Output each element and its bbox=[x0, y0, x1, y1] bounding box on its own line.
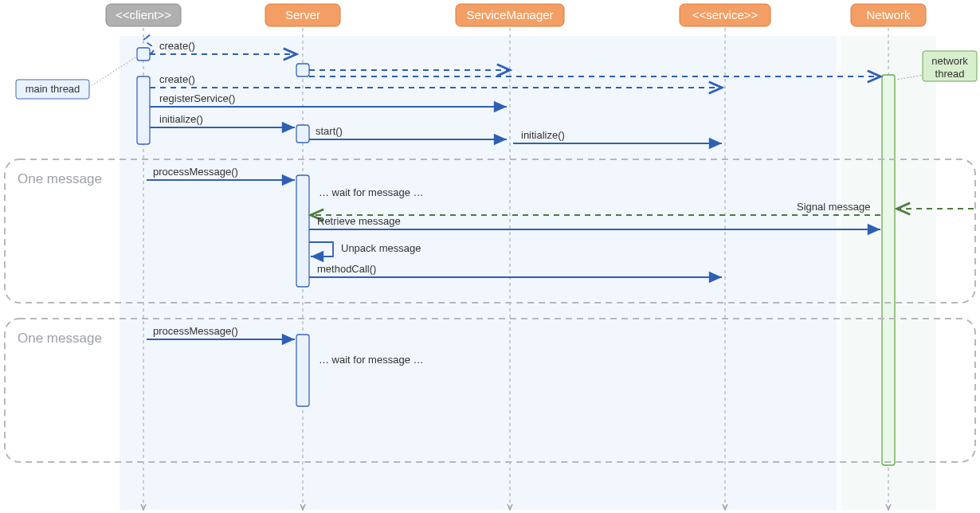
participant-client: <<client>> bbox=[106, 4, 181, 26]
msg-process2-label: processMessage() bbox=[153, 325, 238, 337]
callout-main-thread-text: main thread bbox=[25, 83, 80, 95]
activation-client-main bbox=[137, 76, 150, 144]
msg-retrieve-label: Retrieve message bbox=[317, 215, 401, 227]
activation-server-small bbox=[296, 64, 309, 76]
activation-server-proc2 bbox=[296, 335, 309, 406]
msg-wait2-label: … wait for message … bbox=[319, 354, 424, 366]
msg-initialize-label: initialize() bbox=[159, 113, 203, 125]
activation-server-proc1 bbox=[296, 175, 309, 287]
svg-text:Server: Server bbox=[285, 8, 320, 22]
msg-initialize2-label: initialize() bbox=[521, 129, 565, 141]
fragment-one-message-1-label: One message bbox=[18, 171, 102, 186]
svg-text:ServiceManager: ServiceManager bbox=[466, 8, 553, 22]
msg-start-label: start() bbox=[316, 125, 343, 137]
participant-server: Server bbox=[265, 4, 340, 26]
msg-signal-label: Signal message bbox=[797, 201, 871, 213]
fragment-one-message-2-label: One message bbox=[18, 331, 102, 346]
activation-server-start bbox=[296, 125, 309, 143]
msg-wait1-label: … wait for message … bbox=[319, 186, 424, 198]
svg-text:Network: Network bbox=[866, 8, 911, 22]
participant-network: Network bbox=[851, 4, 926, 26]
participant-manager: ServiceManager bbox=[456, 4, 564, 26]
msg-process1-label: processMessage() bbox=[153, 166, 238, 178]
msg-register-label: registerService() bbox=[159, 92, 235, 104]
callout-network-thread-text2: thread bbox=[935, 68, 965, 80]
activation-network bbox=[882, 75, 895, 465]
msg-create2-label: create() bbox=[159, 73, 195, 85]
callout-network-thread-text1: network bbox=[931, 55, 968, 67]
sequence-diagram: <<client>> Server ServiceManager <<servi… bbox=[0, 0, 980, 513]
activation-client-small bbox=[137, 48, 150, 61]
msg-methodcall-label: methodCall() bbox=[317, 263, 376, 275]
msg-create1-label: create() bbox=[159, 40, 195, 52]
svg-text:<<service>>: <<service>> bbox=[692, 8, 759, 22]
participant-service: <<service>> bbox=[680, 4, 770, 26]
svg-text:<<client>>: <<client>> bbox=[116, 8, 171, 22]
msg-unpack-label: Unpack message bbox=[341, 242, 421, 254]
